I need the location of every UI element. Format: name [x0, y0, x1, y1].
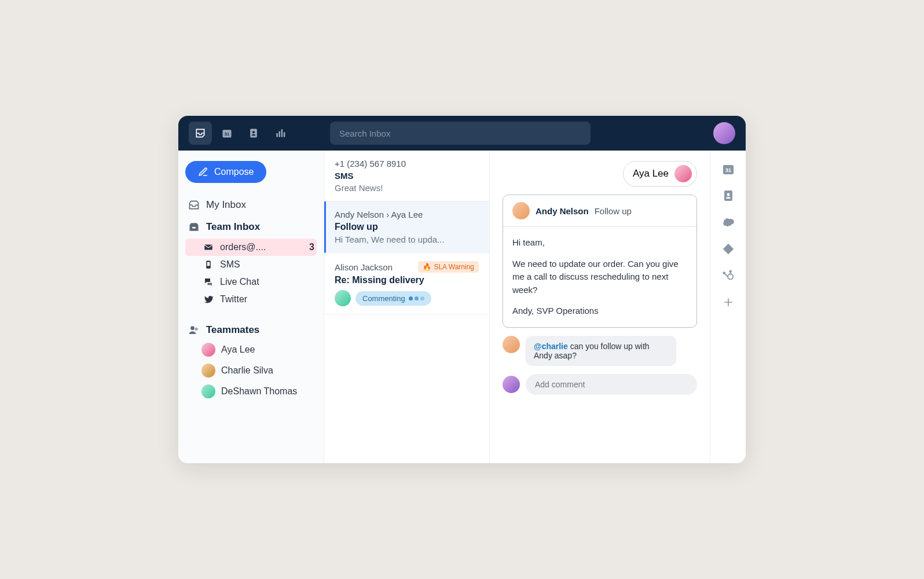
inbox-icon — [188, 199, 200, 211]
svg-rect-6 — [281, 129, 283, 137]
thread-subject: Follow up — [335, 222, 479, 232]
thread-subject: Re: Missing delivery — [335, 275, 479, 285]
svg-rect-4 — [276, 133, 278, 137]
compose-icon — [198, 167, 208, 177]
app-window: 31 Compose My Inbox — [178, 116, 746, 463]
avatar — [201, 364, 215, 378]
thread-item[interactable]: +1 (234) 567 8910 SMS Great News! — [324, 151, 489, 201]
comment-input-row — [503, 374, 697, 395]
svg-point-18 — [729, 270, 731, 272]
thread-item[interactable]: Andy Nelson › Aya Lee Follow up Hi Team,… — [324, 201, 489, 253]
nav-contacts-icon[interactable] — [242, 122, 265, 145]
team-inbox-icon — [188, 221, 200, 233]
commenting-badge: Commenting — [355, 291, 431, 306]
thread-from: +1 (234) 567 8910 — [335, 159, 479, 168]
svg-point-12 — [195, 328, 198, 331]
subitem-sms[interactable]: SMS — [185, 256, 317, 273]
chat-icon — [203, 277, 214, 287]
topbar: 31 — [178, 116, 746, 151]
assignee-chip[interactable]: Aya Lee — [623, 161, 697, 186]
teammate-aya[interactable]: Aya Lee — [185, 339, 317, 360]
thread-item[interactable]: Alison Jackson 🔥SLA Warning Re: Missing … — [324, 253, 489, 315]
svg-text:31: 31 — [225, 131, 229, 137]
message-subject: Follow up — [595, 206, 632, 216]
sidebar: Compose My Inbox Team Inbox orders@.... … — [178, 151, 324, 463]
svg-point-11 — [190, 326, 195, 330]
svg-point-19 — [723, 272, 725, 274]
svg-point-16 — [727, 193, 729, 196]
svg-rect-7 — [284, 132, 285, 137]
message-body: Hi team, We need to update our order. Ca… — [503, 227, 696, 327]
thread-list: +1 (234) 567 8910 SMS Great News! Andy N… — [324, 151, 490, 463]
teammate-charlie[interactable]: Charlie Silva — [185, 360, 317, 381]
current-user-avatar — [503, 376, 520, 393]
unread-count: 3 — [309, 242, 314, 252]
thread-preview: Great News! — [335, 183, 479, 193]
sla-warning-badge: 🔥SLA Warning — [418, 261, 479, 273]
message-header: Andy Nelson Follow up — [503, 195, 696, 227]
team-inbox-header[interactable]: Team Inbox — [185, 218, 317, 236]
my-inbox-header[interactable]: My Inbox — [185, 196, 317, 214]
tool-jira-icon[interactable] — [720, 241, 736, 257]
svg-rect-5 — [279, 131, 281, 137]
avatar — [201, 343, 215, 357]
teammates-icon — [188, 324, 200, 336]
subitem-twitter[interactable]: Twitter — [185, 291, 317, 308]
tool-contact-icon[interactable] — [720, 188, 736, 204]
tool-add-icon[interactable] — [720, 294, 736, 310]
compose-button[interactable]: Compose — [185, 161, 266, 183]
sender-avatar — [512, 202, 530, 219]
svg-rect-8 — [204, 245, 212, 250]
thread-channel: SMS — [335, 171, 479, 181]
thread-from: Andy Nelson › Aya Lee — [335, 210, 479, 219]
assignee-avatar — [674, 165, 692, 182]
comment-bubble: @charlie can you follow up with Andy asa… — [526, 336, 676, 366]
nav-calendar-icon[interactable]: 31 — [215, 122, 239, 145]
teammate-deshawn[interactable]: DeShawn Thomas — [185, 381, 317, 402]
comment: @charlie can you follow up with Andy asa… — [503, 336, 697, 366]
teammates-header[interactable]: Teammates — [185, 321, 317, 339]
thread-from: Alison Jackson — [335, 262, 393, 272]
mail-icon — [203, 242, 214, 252]
commenter-avatar — [335, 290, 351, 306]
tool-salesforce-icon[interactable] — [720, 214, 736, 230]
sms-icon — [203, 259, 214, 270]
svg-point-17 — [728, 274, 733, 279]
avatar — [201, 384, 215, 398]
search-input[interactable] — [330, 122, 591, 145]
svg-point-3 — [252, 131, 255, 133]
message-card: Andy Nelson Follow up Hi team, We need t… — [503, 195, 697, 328]
tool-hubspot-icon[interactable] — [720, 267, 736, 284]
sender-name: Andy Nelson — [536, 206, 589, 216]
commenter-avatar — [503, 336, 520, 353]
subitem-orders[interactable]: orders@.... 3 — [185, 239, 317, 256]
right-toolbar: 31 — [710, 151, 746, 463]
conversation-pane: Aya Lee Andy Nelson Follow up Hi team, W… — [490, 151, 710, 463]
thread-preview: Hi Team, We need to upda... — [335, 234, 479, 244]
current-user-avatar[interactable] — [713, 122, 735, 144]
svg-text:31: 31 — [725, 167, 731, 173]
twitter-icon — [203, 294, 214, 305]
nav-inbox-icon[interactable] — [189, 122, 212, 145]
svg-rect-10 — [207, 262, 210, 266]
tool-calendar-icon[interactable]: 31 — [720, 161, 736, 177]
subitem-livechat[interactable]: Live Chat — [185, 273, 317, 291]
nav-analytics-icon[interactable] — [269, 122, 292, 145]
mention[interactable]: @charlie — [534, 342, 568, 351]
comment-input[interactable] — [526, 374, 697, 395]
compose-label: Compose — [214, 167, 254, 177]
search-container — [330, 122, 591, 145]
